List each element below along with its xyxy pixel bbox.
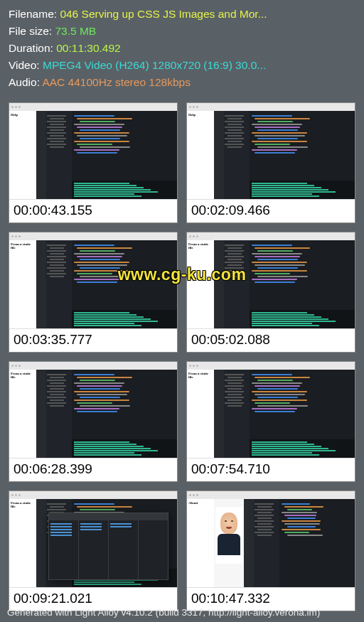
code-editor — [214, 240, 355, 328]
finder-popup — [48, 513, 168, 580]
browser-page: From a static file — [9, 499, 36, 587]
filename-value: 046 Serving up CSS JS Images and Mor... — [60, 8, 267, 20]
browser-chrome — [187, 362, 355, 370]
duration-value: 00:11:30.492 — [56, 42, 121, 54]
video-label: Video: — [9, 59, 40, 71]
thumbnail-image: From a static file — [187, 232, 355, 329]
thumbnail-card[interactable]: Help 00:00:43.155 — [9, 102, 178, 223]
filename-label: Filename: — [9, 8, 57, 20]
thumbnail-timestamp: 00:06:28.399 — [9, 459, 177, 481]
browser-chrome — [187, 232, 355, 240]
thumbnail-card[interactable]: About 00:10:47.332 — [186, 490, 355, 611]
thumbnail-image: From a static file — [9, 232, 177, 329]
thumbnail-image: From a static file — [9, 491, 177, 588]
audio-label: Audio: — [9, 76, 40, 88]
duration-label: Duration: — [9, 42, 53, 54]
code-editor — [214, 370, 355, 458]
generator-footer: Generated with Light Alloy v4.10.2 (buil… — [7, 607, 320, 618]
webcam-face — [215, 507, 242, 564]
thumbnail-timestamp: 00:03:35.777 — [9, 329, 177, 352]
browser-chrome — [9, 491, 177, 499]
thumbnail-timestamp: 00:07:54.710 — [187, 459, 355, 481]
browser-page: Help — [187, 111, 214, 199]
thumbnail-timestamp: 00:00:43.155 — [9, 200, 177, 222]
browser-page: Help — [9, 111, 36, 199]
browser-page: From a static file — [187, 240, 214, 328]
thumbnail-card[interactable]: Help 00:02:09.466 — [186, 102, 355, 223]
thumbnail-grid: Help 00:00:43.155 Help — [0, 102, 364, 611]
code-editor — [36, 240, 177, 328]
browser-chrome — [9, 362, 177, 370]
thumbnail-image: Help — [9, 103, 177, 200]
browser-page: From a static file — [9, 240, 36, 328]
browser-chrome — [9, 103, 177, 111]
video-value: MPEG4 Video (H264) 1280x720 (16:9) 30.0.… — [43, 59, 266, 71]
thumbnail-card[interactable]: From a static file 00:07:54.710 — [186, 361, 355, 482]
code-editor — [36, 111, 177, 199]
browser-page: From a static file — [9, 370, 36, 458]
thumbnail-image: About — [187, 491, 355, 588]
filesize-label: File size: — [9, 25, 52, 37]
browser-chrome — [187, 491, 355, 499]
browser-page: About — [187, 499, 214, 587]
browser-chrome — [187, 103, 355, 111]
browser-page: From a static file — [187, 370, 214, 458]
filesize-value: 73.5 MB — [55, 25, 96, 37]
thumbnail-card[interactable]: From a static file 00:05:02.088 — [186, 232, 355, 353]
thumbnail-card[interactable]: From a static file 00:09:21.021 — [9, 490, 178, 611]
code-editor — [244, 499, 355, 587]
thumbnail-timestamp: 00:05:02.088 — [187, 329, 355, 352]
thumbnail-card[interactable]: From a static file 00:06:28.399 — [9, 361, 178, 482]
thumbnail-card[interactable]: From a static file 00:03:35.777 — [9, 232, 178, 353]
thumbnail-image: Help — [187, 103, 355, 200]
audio-value: AAC 44100Hz stereo 128kbps — [42, 76, 191, 88]
browser-chrome — [9, 232, 177, 240]
thumbnail-image: From a static file — [187, 362, 355, 459]
thumbnail-timestamp: 00:02:09.466 — [187, 200, 355, 222]
code-editor — [36, 370, 177, 458]
file-metadata: Filename: 046 Serving up CSS JS Images a… — [0, 0, 364, 102]
thumbnail-image: From a static file — [9, 362, 177, 459]
code-editor — [214, 111, 355, 199]
